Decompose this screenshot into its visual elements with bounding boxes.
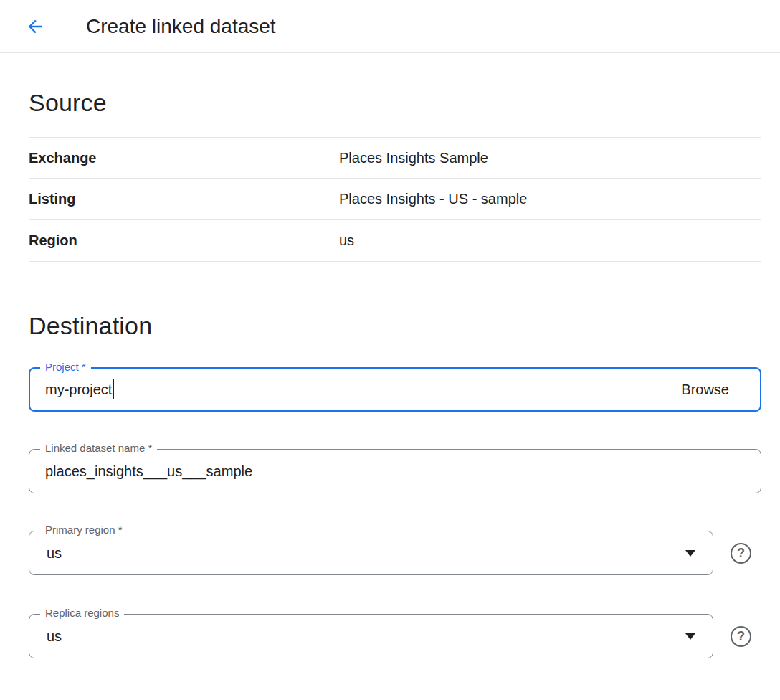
primary-region-value: us [47,545,62,562]
listing-label: Listing [29,191,339,207]
project-field-label: Project * [40,361,91,373]
main-content: Source Exchange Places Insights Sample L… [0,89,780,658]
primary-region-label: Primary region * [40,524,128,536]
linked-dataset-name-value[interactable]: places_insights___us___sample [45,463,252,480]
header: Create linked dataset [0,0,780,53]
region-label: Region [29,232,339,249]
replica-regions-help-icon[interactable]: ? [731,626,751,647]
help-glyph: ? [737,546,745,561]
replica-regions-value: us [47,628,62,645]
project-input-value[interactable]: my-project [45,382,112,398]
table-row-exchange: Exchange Places Insights Sample [29,137,761,179]
help-glyph: ? [737,629,745,644]
linked-dataset-name-label: Linked dataset name * [40,442,157,454]
table-row-listing: Listing Places Insights - US - sample [29,179,761,220]
destination-section-heading: Destination [29,312,761,340]
replica-regions-row: Replica regions us ? [29,614,761,658]
table-row-region: Region us [29,220,761,262]
replica-regions-select[interactable]: Replica regions us [29,614,713,658]
exchange-value: Places Insights Sample [339,150,761,166]
source-section-heading: Source [29,89,761,117]
primary-region-help-icon[interactable]: ? [731,543,751,564]
primary-region-select[interactable]: Primary region * us [29,531,713,575]
browse-button[interactable]: Browse [681,382,745,398]
source-table: Exchange Places Insights Sample Listing … [29,137,761,262]
primary-region-row: Primary region * us ? [29,531,761,575]
region-value: us [339,232,761,249]
arrow-back-icon [25,16,45,37]
page-title: Create linked dataset [86,15,276,38]
text-cursor [113,379,114,399]
arrow-drop-down-icon [685,633,695,640]
linked-dataset-name-field[interactable]: Linked dataset name * places_insights___… [29,449,761,493]
exchange-label: Exchange [29,150,339,166]
replica-regions-label: Replica regions [40,607,124,619]
project-field[interactable]: Project * my-project Browse [29,367,761,412]
arrow-drop-down-icon [685,550,695,557]
back-button[interactable] [24,16,46,37]
listing-value: Places Insights - US - sample [339,191,761,207]
